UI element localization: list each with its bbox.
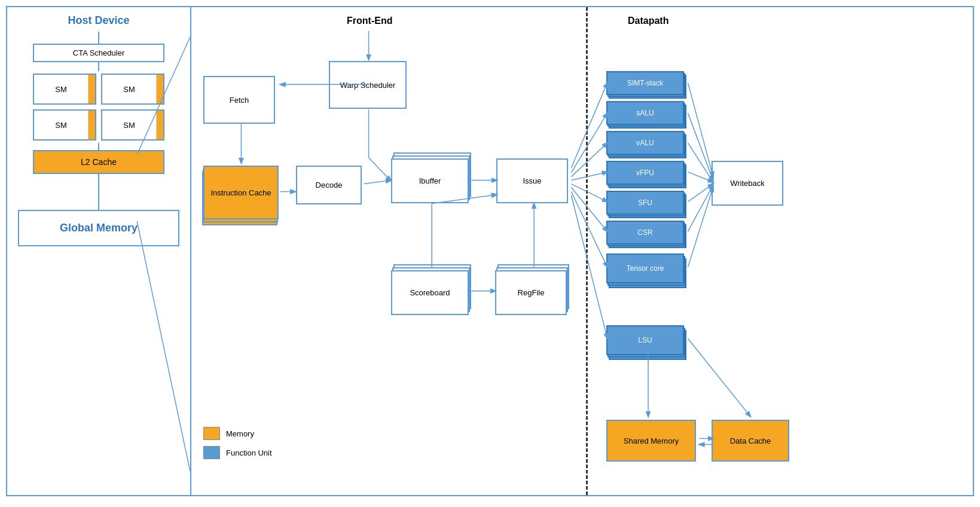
connector-v1 [98,32,99,44]
decode-box: Decode [296,166,362,204]
l2-cache-box: L2 Cache [33,150,164,174]
svg-line-15 [571,191,607,267]
sm-stripe-3 [88,111,95,139]
svg-line-9 [571,83,607,167]
connector-v2 [98,62,99,71]
svg-line-23 [688,187,713,267]
tensor-core-box: Tensor core [606,253,684,283]
sm-box-2: SM [101,74,164,105]
host-device-title: Host Device [7,7,190,32]
svg-line-1 [137,221,190,471]
sm-box-3: SM [33,109,96,141]
simt-stack-box: SIMT-stack [606,71,684,95]
left-panel: Host Device CTA Scheduler SM SM SM [6,6,191,496]
legend-memory-item: Memory [203,427,272,440]
svg-line-7 [364,181,391,184]
global-memory-box: Global Memory [18,210,179,246]
valu-box: vALU [606,131,684,155]
fetch-box: Fetch [203,76,275,124]
issue-box: Issue [496,158,568,203]
sm-label-2: SM [102,75,156,103]
right-panel: Front-End Datapath Fetch Instruction Cac… [191,6,974,496]
svg-line-6 [369,158,391,181]
sfu-box: SFU [606,191,684,215]
csr-box: CSR [606,221,684,245]
svg-line-20 [688,172,713,182]
svg-line-17 [688,83,713,176]
legend: Memory Function Unit [203,427,272,459]
connector-v3 [98,143,99,150]
cta-scheduler-box: CTA Scheduler [33,44,164,62]
svg-line-22 [688,185,713,232]
connector-v4 [98,174,99,210]
diagram-container: Host Device CTA Scheduler SM SM SM [6,6,974,501]
ibuffer-box: Ibuffer [391,158,469,203]
legend-memory-swatch [203,427,220,440]
svg-line-21 [688,184,713,202]
scoreboard-box: Scoreboard [391,270,469,315]
data-cache-box: Data Cache [712,420,789,462]
legend-function-unit-item: Function Unit [203,446,272,459]
lsu-box: LSU [606,325,684,355]
instruction-cache-box: Instruction Cache [203,166,279,219]
arrows-svg [191,7,973,495]
sm-stripe-2 [156,75,163,103]
sm-label-4: SM [102,111,156,139]
svg-line-14 [571,188,607,232]
sm-grid: SM SM SM SM [33,74,164,141]
sm-label-1: SM [34,75,88,103]
vfpu-box: vFPU [606,161,684,185]
legend-memory-label: Memory [226,429,254,438]
svg-line-13 [571,184,607,202]
sm-stripe-1 [88,75,95,103]
svg-line-12 [571,172,607,181]
dashed-divider [586,7,588,495]
svg-line-11 [571,143,607,177]
legend-function-unit-label: Function Unit [226,448,272,457]
legend-function-unit-swatch [203,446,220,459]
regfile-box: RegFile [495,270,567,315]
svg-line-25 [688,338,750,416]
svg-line-16 [571,195,607,338]
svg-line-10 [571,113,607,173]
sm-box-4: SM [101,109,164,141]
salu-box: sALU [606,101,684,125]
datapath-section-label: Datapath [628,16,668,26]
writeback-box: Writeback [712,161,783,206]
sm-label-3: SM [34,111,88,139]
sm-stripe-4 [156,111,163,139]
shared-memory-box: Shared Memory [606,420,696,462]
svg-line-18 [688,113,713,180]
frontend-section-label: Front-End [347,16,392,26]
warp-scheduler-box: Warp Scheduler [329,61,407,109]
svg-line-19 [688,143,713,182]
sm-box-1: SM [33,74,96,105]
global-memory-title: Global Memory [25,222,172,234]
